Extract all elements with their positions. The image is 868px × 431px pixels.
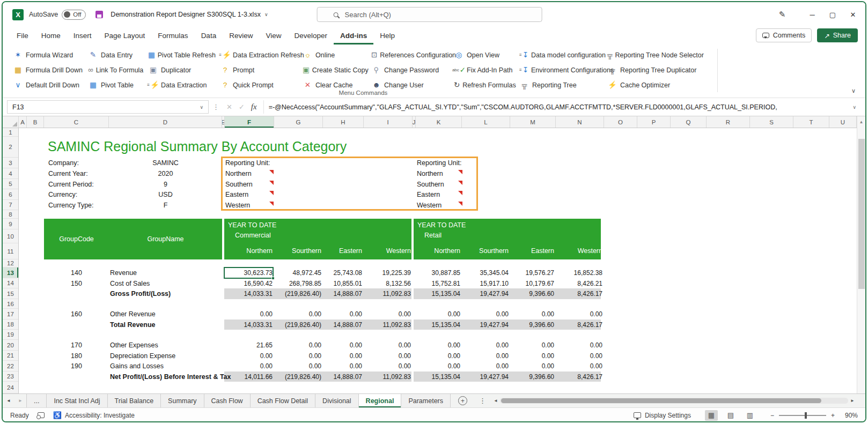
column-header-I[interactable]: I — [364, 116, 413, 128]
info-value[interactable]: 2020 — [109, 168, 222, 179]
refresh-formulas-button[interactable]: ↻Refresh Formulas — [451, 78, 517, 92]
value-cell[interactable]: 30,887.85 — [413, 267, 460, 278]
value-cell[interactable]: 0.00 — [555, 361, 602, 371]
value-cell[interactable]: 8,426.17 — [555, 371, 602, 382]
value-cell[interactable]: 8,426.21 — [555, 278, 602, 288]
data-extraction-refresh-button[interactable]: ≡⚡Data Extraction Refresh — [217, 48, 300, 62]
formula-wizard-button[interactable]: ✶Formula Wizard — [10, 48, 85, 62]
row-header-13[interactable]: 13 — [3, 267, 18, 278]
value-cell[interactable]: 14,033.31 — [225, 288, 273, 299]
groupcode-cell[interactable]: 190 — [44, 361, 109, 371]
data-entry-button[interactable]: ✎Data Entry — [85, 48, 145, 62]
menu-tab-formulas[interactable]: Formulas — [151, 27, 194, 44]
data-extraction-button[interactable]: ≡⚡Data Extraction — [145, 78, 217, 92]
reporting-unit-item[interactable]: Southern — [225, 179, 274, 189]
value-cell[interactable]: (219,826.40) — [274, 371, 321, 382]
value-cell[interactable]: 0.00 — [507, 340, 554, 351]
info-value[interactable]: SAMINC — [109, 158, 222, 168]
value-cell[interactable]: 0.00 — [507, 361, 554, 371]
scroll-up-icon[interactable]: ▲ — [857, 116, 865, 127]
value-cell[interactable]: 11,092.83 — [364, 371, 411, 382]
groupname-cell[interactable]: Gains and Losses — [110, 361, 222, 371]
value-cell[interactable]: 0.00 — [413, 340, 460, 351]
autosave-toggle[interactable]: Off — [62, 10, 86, 20]
zoom-out-button[interactable]: − — [770, 412, 774, 419]
info-value[interactable]: 9 — [109, 179, 222, 189]
page-break-view-icon[interactable]: ▥ — [744, 410, 756, 421]
value-cell[interactable]: 0.00 — [461, 340, 509, 351]
value-cell[interactable]: 21.65 — [225, 340, 273, 351]
row-header-20[interactable]: 20 — [3, 340, 18, 351]
groupcode-cell[interactable]: 180 — [44, 351, 109, 361]
document-title[interactable]: Demonstration Report Designer S300SQL 1-… — [111, 11, 268, 18]
horizontal-scroll-track[interactable] — [500, 398, 848, 404]
menu-tab-help[interactable]: Help — [373, 27, 401, 44]
row-header-6[interactable]: 6 — [3, 189, 18, 200]
selected-cell-outline[interactable] — [224, 267, 274, 279]
value-cell[interactable]: 8,132.56 — [364, 278, 411, 288]
more-options-icon[interactable]: ⋮ — [209, 103, 223, 111]
value-cell[interactable]: (219,826.40) — [274, 288, 321, 299]
value-cell[interactable]: 0.00 — [461, 351, 509, 361]
value-cell[interactable]: 0.00 — [274, 351, 321, 361]
sheet-nav-right-icon[interactable]: ► — [14, 394, 26, 407]
column-header-L[interactable]: L — [462, 116, 510, 128]
fill-handle[interactable] — [271, 277, 275, 280]
column-header-U[interactable]: U — [829, 116, 857, 128]
column-header-P[interactable]: P — [637, 116, 671, 128]
prompt-button[interactable]: ?Prompt — [217, 63, 300, 77]
value-cell[interactable]: 0.00 — [461, 309, 509, 319]
value-cell[interactable]: (219,826.40) — [274, 319, 321, 330]
environment-configurations-button[interactable]: ≡↧Environment Configurations — [517, 63, 605, 77]
value-cell[interactable]: 10,179.67 — [507, 278, 554, 288]
row-header-3[interactable]: 3 — [3, 158, 18, 168]
value-cell[interactable]: 35,345.04 — [461, 267, 509, 278]
row-header-18[interactable]: 18 — [3, 319, 18, 330]
value-cell[interactable]: 0.00 — [225, 361, 273, 371]
row-header-7[interactable]: 7 — [3, 200, 18, 210]
row-header-5[interactable]: 5 — [3, 179, 18, 189]
formula-input[interactable]: =-@NecAccess("AccountSummary","GLAFS_ACT… — [263, 100, 861, 114]
row-header-15[interactable]: 15 — [3, 288, 18, 299]
row-header-11[interactable]: 11 — [3, 243, 18, 259]
display-settings-button[interactable]: Display Settings — [634, 412, 691, 419]
value-cell[interactable]: 0.00 — [225, 351, 273, 361]
value-cell[interactable]: 0.00 — [413, 309, 460, 319]
column-header-R[interactable]: R — [707, 116, 750, 128]
minimize-button[interactable]: ─ — [803, 5, 821, 24]
draw-pen-icon[interactable]: ✎ — [773, 5, 791, 24]
accessibility-status[interactable]: ♿ Accessibility: Investigate — [53, 411, 135, 419]
value-cell[interactable]: 0.00 — [225, 309, 273, 319]
value-cell[interactable]: 8,426.17 — [555, 319, 602, 330]
value-cell[interactable]: 0.00 — [315, 351, 362, 361]
menu-tab-view[interactable]: View — [259, 27, 288, 44]
row-header-9[interactable]: 9 — [3, 219, 18, 229]
value-cell[interactable]: 14,033.31 — [225, 319, 273, 330]
open-view-button[interactable]: ◎Open View — [451, 48, 517, 62]
value-cell[interactable]: 15,917.10 — [461, 278, 509, 288]
select-all-corner[interactable] — [3, 116, 19, 128]
zoom-slider[interactable] — [779, 415, 826, 416]
value-cell[interactable]: 15,752.81 — [413, 278, 460, 288]
menu-tab-insert[interactable]: Insert — [67, 27, 98, 44]
value-cell[interactable]: 16,852.38 — [555, 267, 602, 278]
row-header-16[interactable]: 16 — [3, 299, 18, 309]
insert-function-icon[interactable]: fx — [251, 102, 257, 112]
row-header-19[interactable]: 19 — [3, 330, 18, 340]
column-header-B[interactable]: B — [27, 116, 44, 128]
value-cell[interactable]: 14,888.07 — [315, 319, 362, 330]
value-cell[interactable]: 15,135.04 — [413, 288, 460, 299]
column-header-G[interactable]: G — [274, 116, 323, 128]
sheet-tab-cash-flow-detail[interactable]: Cash Flow Detail — [251, 394, 315, 407]
value-cell[interactable]: 0.00 — [364, 361, 411, 371]
value-cell[interactable]: 0.00 — [315, 309, 362, 319]
value-cell[interactable]: 0.00 — [364, 351, 411, 361]
page-layout-view-icon[interactable]: ▤ — [724, 410, 737, 421]
column-header-C[interactable]: C — [44, 116, 109, 128]
save-icon[interactable] — [95, 11, 103, 18]
change-password-button[interactable]: ⚲Change Password — [369, 63, 451, 77]
value-cell[interactable]: 19,427.94 — [461, 319, 509, 330]
value-cell[interactable]: 48,972.45 — [274, 267, 321, 278]
value-cell[interactable]: 0.00 — [461, 361, 509, 371]
groupname-cell[interactable]: Gross Profit/(Loss) — [110, 288, 222, 299]
